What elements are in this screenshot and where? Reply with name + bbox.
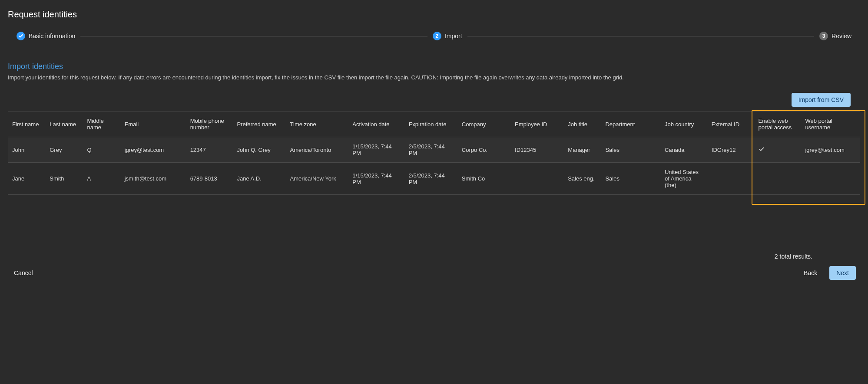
cell-dept: Sales: [601, 137, 660, 163]
cell-empid: [510, 163, 563, 195]
cell-company: Corpo Co.: [457, 137, 510, 163]
cell-middle: Q: [83, 137, 120, 163]
col-expiration[interactable]: Expiration date: [404, 112, 457, 137]
cell-last: Smith: [45, 163, 83, 195]
step-basic-info[interactable]: Basic information: [17, 32, 75, 40]
cell-enable: [754, 137, 801, 163]
cell-job: Sales eng.: [563, 163, 601, 195]
cell-preferred: John Q. Grey: [232, 137, 285, 163]
cell-empid: ID12345: [510, 137, 563, 163]
col-employee-id[interactable]: Employee ID: [510, 112, 563, 137]
col-external-id[interactable]: External ID: [707, 112, 754, 137]
col-company[interactable]: Company: [457, 112, 510, 137]
cell-job: Manager: [563, 137, 601, 163]
cell-tz: America/Toronto: [286, 137, 348, 163]
cell-email: jgrey@test.com: [120, 137, 186, 163]
cell-country: United States of America (the): [660, 163, 707, 195]
cell-activation: 1/15/2023, 7:44 PM: [348, 163, 404, 195]
cell-extid: IDGrey12: [707, 137, 754, 163]
cell-expiration: 2/5/2023, 7:44 PM: [404, 137, 457, 163]
import-csv-button[interactable]: Import from CSV: [792, 93, 851, 107]
back-button[interactable]: Back: [798, 266, 823, 280]
stepper: Basic information 2 Import 3 Review: [17, 32, 851, 40]
step-label: Basic information: [29, 33, 75, 39]
cell-dept: Sales: [601, 163, 660, 195]
step-number-icon: 2: [433, 32, 441, 40]
step-number-icon: 3: [819, 32, 828, 40]
col-web-user[interactable]: Web portal username: [801, 112, 860, 137]
step-divider: [467, 36, 815, 36]
step-label: Import: [445, 33, 462, 39]
cell-tz: America/New York: [286, 163, 348, 195]
cell-company: Smith Co: [457, 163, 510, 195]
step-divider: [80, 36, 427, 36]
col-department[interactable]: Department: [601, 112, 660, 137]
col-enable-web[interactable]: Enable web portal access: [754, 112, 801, 137]
check-icon: [17, 32, 25, 40]
col-last-name[interactable]: Last name: [45, 112, 83, 137]
page-title: Request identities: [8, 10, 860, 20]
cell-last: Grey: [45, 137, 83, 163]
check-icon: [759, 146, 765, 152]
cell-first: John: [8, 137, 45, 163]
col-middle-name[interactable]: Middle name: [83, 112, 120, 137]
table-header-row: First name Last name Middle name Email M…: [8, 112, 860, 137]
col-timezone[interactable]: Time zone: [286, 112, 348, 137]
cell-extid: [707, 163, 754, 195]
cell-preferred: Jane A.D.: [232, 163, 285, 195]
section-title: Import identities: [8, 62, 860, 71]
cell-phone: 6789-8013: [186, 163, 233, 195]
cell-country: Canada: [660, 137, 707, 163]
footer-nav: Cancel Back Next: [8, 266, 860, 284]
cell-activation: 1/15/2023, 7:44 PM: [348, 137, 404, 163]
next-button[interactable]: Next: [829, 266, 856, 280]
step-review[interactable]: 3 Review: [819, 32, 851, 40]
step-label: Review: [832, 33, 851, 39]
cancel-button[interactable]: Cancel: [8, 266, 39, 280]
step-import[interactable]: 2 Import: [433, 32, 462, 40]
cell-expiration: 2/5/2023, 7:44 PM: [404, 163, 457, 195]
cell-enable: [754, 163, 801, 195]
cell-webuser: jgrey@test.com: [801, 137, 860, 163]
col-job-country[interactable]: Job country: [660, 112, 707, 137]
cell-webuser: [801, 163, 860, 195]
table-row[interactable]: JohnGreyQjgrey@test.com12347John Q. Grey…: [8, 137, 860, 163]
identities-table-wrap: First name Last name Middle name Email M…: [8, 111, 860, 195]
col-activation[interactable]: Activation date: [348, 112, 404, 137]
cell-phone: 12347: [186, 137, 233, 163]
section-description: Import your identities for this request …: [8, 74, 860, 82]
table-row[interactable]: JaneSmithAjsmith@test.com6789-8013Jane A…: [8, 163, 860, 195]
col-email[interactable]: Email: [120, 112, 186, 137]
col-first-name[interactable]: First name: [8, 112, 45, 137]
identities-table: First name Last name Middle name Email M…: [8, 112, 860, 195]
col-job-title[interactable]: Job title: [563, 112, 601, 137]
cell-middle: A: [83, 163, 120, 195]
col-preferred[interactable]: Preferred name: [232, 112, 285, 137]
results-count: 2 total results.: [8, 247, 860, 266]
cell-email: jsmith@test.com: [120, 163, 186, 195]
col-phone[interactable]: Mobile phone number: [186, 112, 233, 137]
cell-first: Jane: [8, 163, 45, 195]
